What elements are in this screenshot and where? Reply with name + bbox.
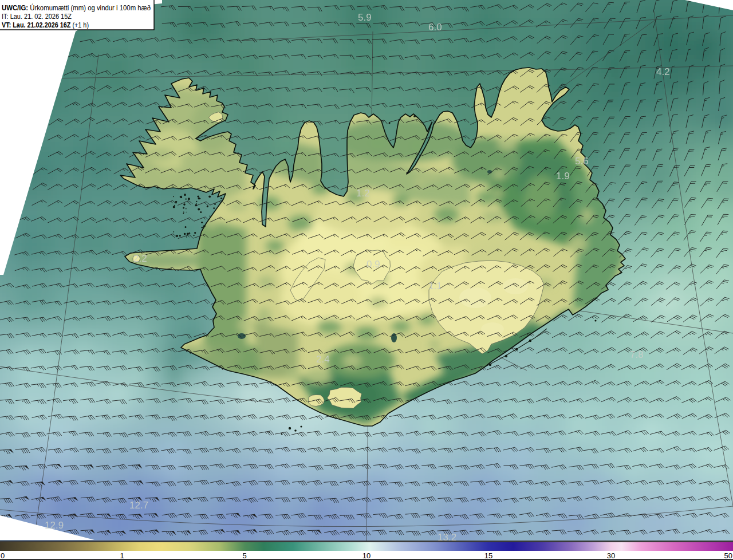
svg-text:30: 30 [607,551,615,560]
svg-text:4.2: 4.2 [656,66,670,77]
svg-text:2.2: 2.2 [133,253,147,264]
svg-text:6.0: 6.0 [428,22,442,33]
svg-text:12.9: 12.9 [45,520,64,531]
svg-text:1.1: 1.1 [428,281,442,291]
svg-text:VT: Lau. 21.02.2026 16Z (+1 h): VT: Lau. 21.02.2026 16Z (+1 h) [2,21,89,29]
svg-text:1: 1 [120,551,124,560]
svg-text:1.2: 1.2 [356,188,370,199]
svg-text:1.9: 1.9 [556,171,570,182]
svg-text:15: 15 [484,551,492,560]
svg-text:5: 5 [242,551,246,560]
svg-text:0: 0 [1,551,5,560]
svg-text:5.6: 5.6 [575,156,589,167]
svg-text:5.9: 5.9 [358,12,372,23]
svg-text:UWC/IG: Úrkomumætti (mm) og vi: UWC/IG: Úrkomumætti (mm) og vindur i 100… [2,3,151,12]
svg-text:10: 10 [362,551,371,560]
svg-text:0.9: 0.9 [366,259,380,270]
svg-text:50: 50 [724,551,732,560]
svg-text:IT: Lau. 21. 02. 2026 15Z: IT: Lau. 21. 02. 2026 15Z [2,13,72,21]
svg-text:12.7: 12.7 [129,500,148,511]
svg-text:7.8: 7.8 [630,349,644,360]
svg-text:2.4: 2.4 [316,354,330,365]
